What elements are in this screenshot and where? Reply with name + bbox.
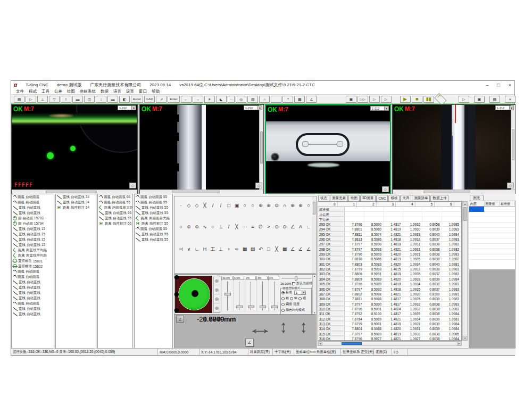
toolbar-button[interactable]: ▩: [294, 96, 305, 103]
element-column-header[interactable]: 标准值: [500, 201, 515, 206]
table-tab[interactable]: CNC: [376, 195, 388, 201]
light-slider[interactable]: [221, 280, 232, 312]
scroll-up-icon[interactable]: ▲: [463, 202, 467, 206]
list-item[interactable]: 距离 线性标注 34: [56, 205, 96, 210]
default-mode-checkbox[interactable]: [292, 282, 295, 285]
measure-tool-icon[interactable]: ○: [305, 202, 312, 209]
zoom-percent-slider[interactable]: [281, 276, 311, 281]
camera1-hscrollbar[interactable]: [12, 190, 137, 194]
measure-tool-icon[interactable]: >: [265, 223, 272, 230]
table-row[interactable]: 296 OK 7.8813 8.5086 1.4818 1.0933 0.803…: [318, 237, 461, 242]
ring-light-mode-icon[interactable]: ◎: [214, 276, 220, 285]
list-item[interactable]: 直线 自动直线: [12, 205, 54, 210]
toolbar-button[interactable]: - -: [228, 96, 235, 103]
chevron-down-icon[interactable]: ▼: [509, 106, 513, 110]
toolbar-button[interactable]: ▤: [14, 96, 24, 103]
element-tab[interactable]: 图元: [470, 195, 484, 201]
measure-tool-icon[interactable]: ∿: [201, 223, 209, 230]
measure-tool-icon[interactable]: ∅: [257, 223, 264, 230]
measure-tool-icon[interactable]: ⊥: [217, 245, 225, 253]
toolbar-button[interactable]: →: [193, 96, 203, 103]
toolbar-button[interactable]: [271, 96, 281, 103]
toolbar-button[interactable]: ▨: [247, 96, 258, 103]
measure-tool-icon[interactable]: ∟: [305, 223, 312, 230]
threshold-radio[interactable]: [281, 303, 285, 306]
light-slider[interactable]: [245, 280, 256, 312]
list-item[interactable]: 直线 自动直线: [12, 311, 54, 317]
standard-radio[interactable]: [281, 291, 285, 294]
list-item[interactable]: 直线 自动直线 34: [56, 200, 96, 205]
table-tab[interactable]: 绘图: [348, 195, 360, 201]
toolbar-button[interactable]: I: [61, 96, 71, 103]
table-row[interactable]: 308 OK 7.8811 8.5088 1.4817 1.0935 0.803…: [318, 297, 461, 301]
element-column-header[interactable]: 测量值: [485, 201, 500, 206]
list-item[interactable]: 直线 自动直线 15: [12, 237, 54, 242]
table-hscrollbar[interactable]: ◄ ►: [318, 341, 462, 346]
camera2-vscrollbar[interactable]: [259, 105, 263, 190]
toolbar-button[interactable]: ↕: [96, 96, 106, 103]
toolbar-button[interactable]: ×: [505, 96, 516, 103]
fine-radio[interactable]: [298, 297, 302, 300]
toolbar-button[interactable]: ▷: [369, 96, 380, 103]
measure-tool-icon[interactable]: ⊕: [185, 223, 193, 230]
table-tab[interactable]: 测量清单: [412, 195, 430, 201]
measure-tool-icon[interactable]: ○: [249, 202, 256, 209]
table-row[interactable]: 297 OK 7.8797 8.5090 1.4818 1.0931 0.803…: [318, 242, 461, 246]
menu-item[interactable]: 绘图: [67, 89, 75, 94]
table-row[interactable]: 311 OK 7.8792 8.5100 1.4817 1.0935 0.803…: [318, 311, 461, 316]
measure-tool-icon[interactable]: ◇: [193, 202, 201, 209]
measure-tool-icon[interactable]: ⊙: [273, 223, 280, 230]
mid-radio[interactable]: [290, 297, 293, 300]
measure-tool-icon[interactable]: ⊕: [265, 202, 272, 209]
measure-tool-icon[interactable]: ○: [177, 223, 185, 230]
ring-light-mode-icon[interactable]: ◎: [214, 294, 220, 303]
list-item[interactable]: 直线 自动直线 15: [12, 226, 54, 232]
list-item[interactable]: 圆弧 自动圆弧: [12, 301, 54, 306]
measure-tool-icon[interactable]: ⊕: [289, 202, 296, 209]
toolbar-button[interactable]: ◧: [119, 96, 130, 103]
table-row[interactable]: 298 OK 7.8797 8.5093 1.4821 1.0931 0.803…: [318, 247, 461, 252]
measure-tool-icon[interactable]: /: [209, 202, 217, 209]
list-item[interactable]: 距离 线性标注 66: [98, 221, 132, 226]
measure-tool-icon[interactable]: ○: [241, 202, 248, 209]
table-row[interactable]: 305 OK 7.8796 8.5089 1.4818 1.0934 0.803…: [318, 282, 461, 286]
standard-level-select[interactable]: 1▼: [294, 291, 306, 295]
toolbar-button[interactable]: ▬: [107, 96, 118, 103]
table-row[interactable]: 294 OK 7.8801 8.5080 1.4819 1.0930 0.803…: [318, 227, 461, 232]
table-tab[interactable]: 测量元素: [330, 195, 348, 201]
measure-tool-icon[interactable]: ⊕: [297, 202, 304, 209]
measure-tool-icon[interactable]: ∨: [185, 245, 193, 253]
measure-tool-icon[interactable]: □: [265, 245, 272, 253]
camera-view-4[interactable]: OK M:7 1-212 ▼ ◇: [392, 104, 516, 194]
toolbar-button[interactable]: Enter: [168, 96, 179, 103]
list-item[interactable]: 圆弧 自动圆弧 55: [135, 226, 172, 232]
chevron-down-icon[interactable]: ▼: [384, 106, 388, 110]
list-item[interactable]: 直线 自动直线: [12, 306, 54, 311]
camera4-zoom-select[interactable]: 1-212 ▼: [495, 105, 514, 110]
chevron-down-icon[interactable]: ▼: [257, 106, 262, 110]
scroll-right-icon[interactable]: ►: [457, 342, 461, 345]
measure-tool-icon[interactable]: ∟: [193, 245, 201, 253]
tool-palette-scrollbar[interactable]: [312, 196, 316, 273]
toolbar-button[interactable]: ↗: [156, 96, 167, 103]
grid-column-header[interactable]: 5: [415, 202, 435, 207]
measure-tool-icon[interactable]: ╳: [273, 245, 280, 253]
toolbar-button[interactable]: ▤: [489, 96, 500, 103]
measure-tool-icon[interactable]: ⊕: [193, 223, 201, 230]
light-slider[interactable]: [233, 280, 244, 312]
measure-tool-icon[interactable]: /: [225, 223, 232, 230]
table-row[interactable]: 306 OK 7.8797 8.5092 1.4818 1.0935 0.803…: [318, 287, 461, 292]
measure-tool-icon[interactable]: ○: [209, 223, 217, 230]
list-item[interactable]: 圆弧 自动圆弧 66: [98, 194, 132, 200]
table-row[interactable]: 302 OK 7.8799 8.5093 1.4815 1.0933 0.803…: [318, 267, 461, 271]
ring-light-preview[interactable]: [175, 276, 212, 313]
list-item[interactable]: 圆弧 自动圆弧 55: [135, 194, 172, 200]
camera3-resize-icon[interactable]: ◇: [382, 186, 389, 192]
table-row[interactable]: 标准值: [318, 207, 461, 212]
toolbar-button[interactable]: ←: [181, 96, 192, 103]
camera4-hscrollbar[interactable]: [393, 190, 515, 194]
selected-cell[interactable]: [469, 207, 484, 212]
menu-item[interactable]: 语言: [113, 89, 121, 94]
list-item[interactable]: 距离 线性标注 55: [135, 221, 172, 226]
list-item[interactable]: 圆弧 自动圆弧: [12, 269, 54, 274]
